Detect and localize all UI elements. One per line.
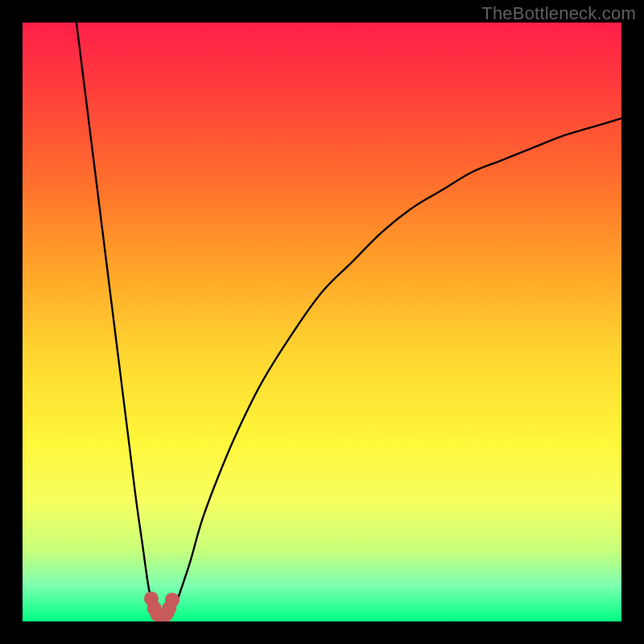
watermark-text: TheBottleneck.com: [481, 3, 636, 24]
curve-right-branch: [172, 118, 621, 616]
marker-layer: [144, 592, 180, 621]
chart-frame: TheBottleneck.com: [0, 0, 644, 644]
curve-left-branch: [76, 23, 155, 616]
curve-layer: [76, 23, 621, 616]
chart-svg: [23, 23, 621, 621]
chart-plot-area: [23, 23, 621, 621]
marker-dot-7: [165, 592, 180, 607]
